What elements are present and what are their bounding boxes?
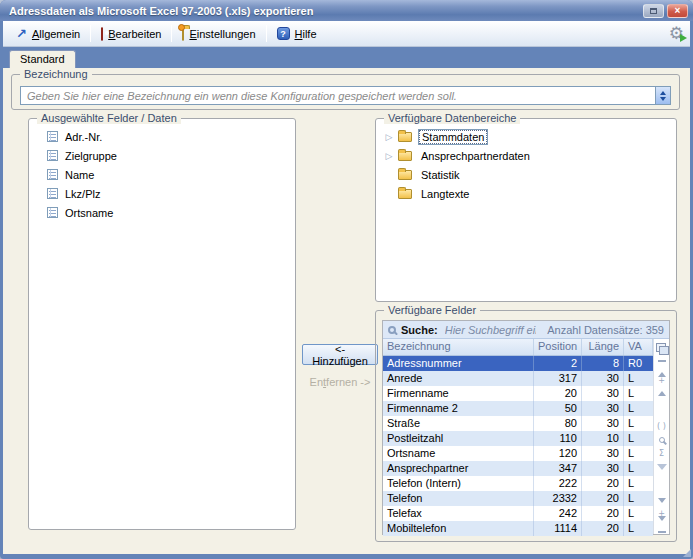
cell-laenge: 20 (582, 491, 624, 506)
grid-side-toolbar: +( )Σ+ (653, 339, 669, 534)
table-row[interactable]: Adressnummer 2 8 R0 (383, 356, 653, 371)
sum-icon[interactable]: Σ (654, 447, 669, 461)
cell-laenge: 30 (582, 386, 624, 401)
table-row[interactable]: Ortsname 120 30 L (383, 446, 653, 461)
go-last-icon[interactable] (654, 520, 669, 534)
tree-item-stammdaten[interactable]: ▷ Stammdaten (382, 127, 670, 146)
toolbar-button-allgemein[interactable]: ↗ Allgemein (9, 25, 87, 42)
table-row[interactable]: Telefon (Intern) 222 20 L (383, 476, 653, 491)
column-header-laenge[interactable]: Länge (582, 339, 624, 355)
tree-item-langtexte[interactable]: Langtexte (382, 184, 670, 203)
cell-va: L (624, 371, 653, 386)
column-header-position[interactable]: Position (534, 339, 582, 355)
scroll-up-icon[interactable] (654, 387, 669, 401)
table-row[interactable]: Anrede 317 30 L (383, 371, 653, 386)
toolbar-button-hilfe[interactable]: ? Hilfe (270, 25, 324, 42)
selected-fields-group: Ausgewählte Felder / Daten Adr.-Nr. Ziel… (28, 118, 296, 530)
selected-field-label: Ortsname (65, 207, 113, 219)
cell-va: L (624, 461, 653, 476)
filter-icon[interactable] (654, 460, 669, 474)
column-header-bezeichnung[interactable]: Bezeichnung (383, 339, 534, 355)
selected-field-item[interactable]: Zielgruppe (35, 146, 289, 165)
maximize-icon (650, 8, 657, 14)
search-bar: Suche: Anzahl Datensätze: 359 (383, 321, 669, 339)
column-chooser-icon[interactable] (656, 343, 668, 354)
cell-va: L (624, 491, 653, 506)
cell-laenge: 8 (582, 356, 624, 371)
cell-position: 242 (534, 506, 582, 521)
bezeichnung-input[interactable] (21, 87, 655, 104)
cell-bezeichnung: Telefon (Intern) (383, 476, 534, 491)
cell-va: R0 (624, 356, 653, 371)
column-header-va[interactable]: VA (624, 339, 653, 355)
cell-position: 1114 (534, 521, 582, 536)
selected-field-item[interactable]: Lkz/Plz (35, 184, 289, 203)
toolbar-button-bearbeiten[interactable]: Bearbeiten (94, 26, 168, 42)
table-row[interactable]: Firmenname 20 30 L (383, 386, 653, 401)
selected-field-item[interactable]: Name (35, 165, 289, 184)
bezeichnung-group: Bezeichnung (11, 74, 680, 110)
go-first-icon[interactable] (654, 360, 669, 374)
cell-laenge: 10 (582, 431, 624, 446)
fields-grid: Bezeichnung Position Länge VA Adressnumm… (383, 339, 653, 534)
toolbar-button-einstellungen[interactable]: Einstellungen (175, 26, 262, 42)
cell-position: 317 (534, 371, 582, 386)
cell-bezeichnung: Telefax (383, 506, 534, 521)
tab-standard[interactable]: Standard (9, 50, 76, 68)
cell-bezeichnung: Firmenname 2 (383, 401, 534, 416)
selected-field-label: Zielgruppe (65, 150, 117, 162)
table-row[interactable]: Telefon 2332 20 L (383, 491, 653, 506)
move-up-icon[interactable]: + (654, 373, 669, 387)
table-row[interactable]: Firmenname 2 50 30 L (383, 401, 653, 416)
bezeichnung-combobox[interactable] (20, 86, 671, 105)
available-fields-panel: Suche: Anzahl Datensätze: 359 Bezeichnun… (382, 320, 670, 535)
resize-grip[interactable] (683, 549, 691, 557)
cell-position: 2 (534, 356, 582, 371)
toolbar-button-label: Einstellungen (189, 28, 255, 40)
search-icon (388, 326, 396, 334)
cell-bezeichnung: Ortsname (383, 446, 534, 461)
expand-arrow-icon[interactable]: ▷ (382, 151, 396, 161)
search-input[interactable] (443, 323, 539, 337)
arrow-northeast-icon: ↗ (16, 27, 27, 40)
edit-icon (101, 28, 103, 40)
cell-laenge: 30 (582, 446, 624, 461)
table-row[interactable]: Ansprechpartner 347 30 L (383, 461, 653, 476)
selected-field-item[interactable]: Adr.-Nr. (35, 127, 289, 146)
expand-arrow-icon[interactable]: ▷ (382, 132, 396, 142)
tree-item-statistik[interactable]: Statistik (382, 165, 670, 184)
record-count: Anzahl Datensätze: 359 (543, 324, 664, 336)
tree-item-ansprechpartnerdaten[interactable]: ▷ Ansprechpartnerdaten (382, 146, 670, 165)
table-row[interactable]: Postleitzahl 110 10 L (383, 431, 653, 446)
content-area: Bezeichnung Ausgewählte Felder / Daten A… (3, 68, 690, 554)
search-small-icon[interactable] (654, 433, 669, 447)
table-row[interactable]: Telefax 242 20 L (383, 506, 653, 521)
add-button[interactable]: <- Hinzufügen (302, 344, 378, 365)
selected-field-item[interactable]: Ortsname (35, 203, 289, 222)
cell-position: 347 (534, 461, 582, 476)
selected-field-label: Name (65, 169, 94, 181)
side-toolbar-spacer (654, 400, 669, 419)
settings-folder-icon (182, 28, 184, 40)
field-icon (47, 150, 58, 161)
cell-va: L (624, 416, 653, 431)
table-row[interactable]: Mobiltelefon 1114 20 L (383, 521, 653, 536)
bezeichnung-spinner[interactable] (655, 87, 670, 104)
cell-bezeichnung: Anrede (383, 371, 534, 386)
close-button[interactable]: × (667, 4, 688, 18)
toolbar-button-label: Hilfe (295, 28, 317, 40)
cell-va: L (624, 506, 653, 521)
scroll-down-icon[interactable] (654, 493, 669, 507)
tree-item-label: Stammdaten (418, 129, 488, 145)
export-settings-gear-icon[interactable]: ⚙ (669, 25, 684, 42)
cell-laenge: 20 (582, 521, 624, 536)
field-icon (47, 207, 58, 218)
cell-laenge: 20 (582, 476, 624, 491)
tab-strip: Standard (3, 48, 690, 68)
remove-button[interactable]: Entfernen -> (302, 376, 378, 388)
table-row[interactable]: Straße 80 30 L (383, 416, 653, 431)
brackets-icon[interactable]: ( ) (654, 420, 669, 434)
toolbar-separator (266, 25, 267, 42)
tree-item-label: Statistik (418, 168, 463, 182)
maximize-button[interactable] (643, 4, 664, 18)
